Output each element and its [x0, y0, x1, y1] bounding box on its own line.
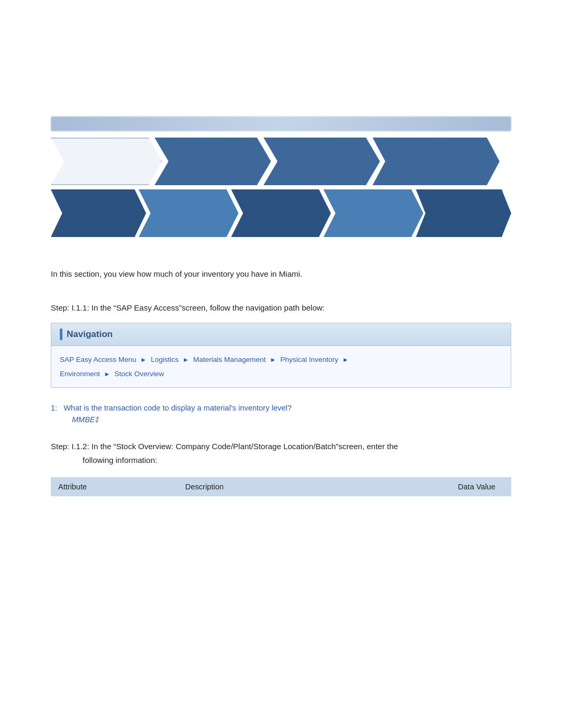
step-2-text-1: Step: I.1.2: In the “Stock Overview: Com… — [51, 442, 398, 451]
nav-arrow-2: ► — [183, 356, 189, 363]
question-number: 1: — [51, 404, 57, 412]
arrow-1-3 — [264, 138, 380, 185]
nav-path-item-3: Physical Inventory — [280, 356, 339, 363]
step-2-label: Step: I.1.2: In the “Stock Overview: Com… — [51, 440, 511, 467]
arrow-1-2 — [155, 138, 271, 185]
nav-path-item-4: Environment — [60, 370, 100, 378]
qa-section: 1: What is the transaction code to displ… — [51, 404, 511, 424]
question: 1: What is the transaction code to displ… — [51, 404, 511, 412]
arrow-2-1 — [51, 189, 146, 237]
question-text: What is the transaction code to display … — [64, 404, 292, 412]
nav-path-start: SAP Easy Access Menu — [60, 356, 137, 363]
table-header-attribute: Attribute — [51, 477, 178, 496]
content-area: In this section, you view how much of yo… — [51, 241, 511, 496]
nav-arrow-1: ► — [140, 356, 147, 363]
page-wrapper: In this section, you view how much of yo… — [0, 116, 562, 728]
navigation-box: Navigation SAP Easy Access Menu ► Logist… — [51, 323, 511, 388]
nav-header: Navigation — [51, 323, 511, 346]
nav-arrow-5: ► — [104, 370, 111, 378]
top-banner — [51, 116, 511, 131]
nav-arrow-4: ► — [342, 356, 349, 363]
data-table: Attribute Description Data Value — [51, 477, 511, 496]
table-header-data-value: Data Value — [333, 477, 511, 496]
arrow-1-1 — [51, 138, 162, 185]
arrow-2-3 — [231, 189, 331, 237]
arrows-diagram — [51, 138, 511, 237]
arrow-1-4 — [373, 138, 500, 185]
nav-path-item-5: Stock Overview — [114, 370, 164, 378]
nav-path: SAP Easy Access Menu ► Logistics ► Mater… — [51, 346, 511, 387]
nav-header-bar — [60, 329, 62, 340]
intro-text: In this section, you view how much of yo… — [51, 268, 511, 280]
nav-path-item-1: Logistics — [151, 356, 179, 363]
answer: MMBE‡ — [72, 415, 511, 424]
arrow-2-4 — [323, 189, 423, 237]
step-1-label: Step: I.1.1: In the “SAP Easy Access”scr… — [51, 302, 511, 314]
nav-path-item-2: Materials Management — [193, 356, 266, 363]
nav-header-label: Navigation — [67, 329, 113, 340]
arrow-2-5 — [416, 189, 511, 237]
arrow-row-2 — [51, 189, 511, 237]
step-2-text-2: following information: — [83, 453, 511, 467]
table-header-row: Attribute Description Data Value — [51, 477, 511, 496]
arrow-2-2 — [139, 189, 239, 237]
nav-arrow-3: ► — [270, 356, 276, 363]
arrow-row-1 — [51, 138, 511, 185]
table-header-description: Description — [178, 477, 333, 496]
